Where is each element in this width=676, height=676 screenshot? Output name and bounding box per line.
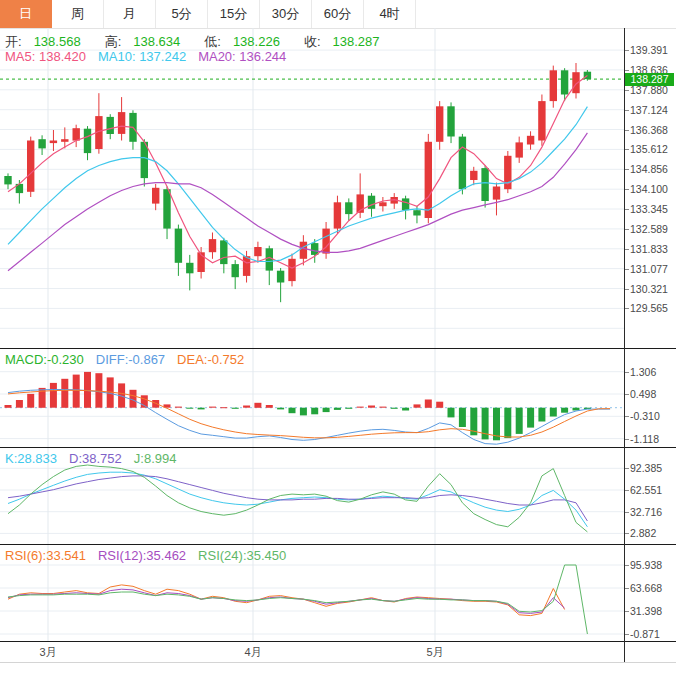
candle-body xyxy=(220,240,227,264)
y-axis-label: 129.565 xyxy=(630,302,676,314)
candle-body xyxy=(27,141,34,192)
macd-bar xyxy=(402,408,409,411)
macd-value-label: DEA:-0.752 xyxy=(177,352,244,367)
panel-divider xyxy=(0,544,676,545)
candle-body xyxy=(38,139,45,148)
candlestick-chart[interactable] xyxy=(0,28,624,349)
macd-bar xyxy=(220,407,227,408)
candle-body xyxy=(209,239,216,252)
y-axis-tick xyxy=(625,209,629,210)
macd-bar xyxy=(311,408,318,415)
series-line xyxy=(8,565,587,634)
tab-day[interactable]: 日 xyxy=(0,0,52,28)
candle-body xyxy=(300,242,307,259)
macd-bar xyxy=(550,408,557,417)
y-axis-label: 31.398 xyxy=(630,605,676,617)
quote-field: 收:138.287 xyxy=(304,34,392,49)
candle-body xyxy=(447,106,454,136)
candle-body xyxy=(50,141,57,144)
macd-bar xyxy=(254,403,261,408)
macd-bar xyxy=(345,408,352,409)
y-axis-tick xyxy=(625,512,629,513)
macd-bar xyxy=(357,407,364,408)
macd-bar xyxy=(175,407,182,408)
ma-value-label: MA10: 137.242 xyxy=(98,49,186,64)
y-axis-label: -0.310 xyxy=(630,410,676,422)
y-axis-label: -0.871 xyxy=(630,628,676,640)
tab-4hour[interactable]: 4时 xyxy=(364,0,416,28)
y-axis-tick xyxy=(625,289,629,290)
tab-15min[interactable]: 15分 xyxy=(208,0,260,28)
candle-body xyxy=(232,264,239,277)
y-axis-tick xyxy=(625,611,629,612)
candle-body xyxy=(186,263,193,274)
macd-bar xyxy=(504,408,511,438)
candle-body xyxy=(254,247,261,256)
y-axis-label: 131.833 xyxy=(630,243,676,255)
x-axis-month-label: 5月 xyxy=(415,645,455,660)
y-axis-tick xyxy=(625,468,629,469)
x-axis-month-label: 3月 xyxy=(28,645,68,660)
macd-bar xyxy=(186,408,193,409)
tab-5min[interactable]: 5分 xyxy=(156,0,208,28)
tab-60min[interactable]: 60分 xyxy=(312,0,364,28)
kdj-value-label: D:38.752 xyxy=(69,451,122,466)
candle-body xyxy=(413,210,420,215)
candle-body xyxy=(288,259,295,281)
quote-field: 高:138.634 xyxy=(105,34,193,49)
y-axis-label: 133.345 xyxy=(630,203,676,215)
y-axis-label: 2.882 xyxy=(630,527,676,539)
candle-body xyxy=(368,196,375,209)
y-axis-label: 0.498 xyxy=(630,388,676,400)
kdj-value-label: J:8.994 xyxy=(134,451,177,466)
tab-30min[interactable]: 30分 xyxy=(260,0,312,28)
y-axis-label: 132.589 xyxy=(630,223,676,235)
rsi-value-label: RSI(24):35.450 xyxy=(198,548,286,563)
y-axis-label: 136.368 xyxy=(630,124,676,136)
y-axis-label: 92.385 xyxy=(630,462,676,474)
y-axis-label: 32.716 xyxy=(630,506,676,518)
y-axis-tick xyxy=(625,490,629,491)
candle-body xyxy=(107,117,114,134)
macd-bar xyxy=(334,408,341,410)
candle-body xyxy=(345,202,352,214)
macd-bar xyxy=(277,408,284,410)
candle-body xyxy=(425,142,432,218)
macd-bar xyxy=(27,394,34,408)
macd-bar xyxy=(16,400,23,408)
candle-body xyxy=(561,70,568,94)
macd-bar xyxy=(425,400,432,408)
series-line xyxy=(8,133,587,271)
macd-bar xyxy=(73,375,80,408)
macd-bar xyxy=(243,406,250,408)
series-line xyxy=(8,76,587,268)
y-axis-tick xyxy=(625,439,629,440)
y-axis-label: -1.118 xyxy=(630,433,676,445)
y-axis-tick xyxy=(625,565,629,566)
quote-field: 开:138.568 xyxy=(5,34,93,49)
candle-body xyxy=(152,188,159,204)
tab-month[interactable]: 月 xyxy=(104,0,156,28)
kdj-value-label: K:28.833 xyxy=(5,451,57,466)
kdj-readout: K:28.833D:38.752J:8.994 xyxy=(5,451,188,466)
y-axis-tick xyxy=(625,394,629,395)
y-axis-label: 95.938 xyxy=(630,559,676,571)
candle-body xyxy=(516,142,523,157)
macd-bar xyxy=(289,408,296,414)
y-axis-tick xyxy=(625,249,629,250)
y-axis-tick xyxy=(625,90,629,91)
macd-bar xyxy=(84,372,91,408)
macd-bar xyxy=(448,408,455,418)
panel-divider xyxy=(0,348,676,349)
macd-bar xyxy=(50,383,57,408)
y-axis-label: 62.551 xyxy=(630,484,676,496)
panel-divider xyxy=(0,447,676,448)
macd-bar xyxy=(391,408,398,409)
ma-readout: MA5: 138.420MA10: 137.242MA20: 136.244 xyxy=(5,49,298,64)
y-axis-label: 135.612 xyxy=(630,143,676,155)
tab-week[interactable]: 周 xyxy=(52,0,104,28)
candle-body xyxy=(459,137,466,190)
y-axis-label: 134.100 xyxy=(630,183,676,195)
y-axis-label: 1.306 xyxy=(630,366,676,378)
trading-chart-app: 日周月5分15分30分60分4时 开:138.568高:138.634低:138… xyxy=(0,0,676,676)
